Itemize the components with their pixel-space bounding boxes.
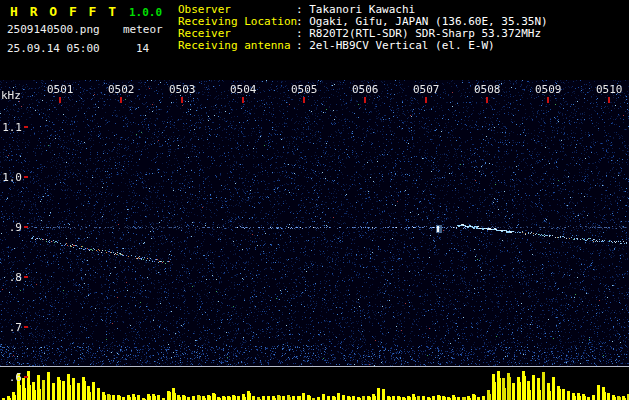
time-tick — [181, 97, 183, 103]
freq-label: .8 — [0, 271, 22, 284]
time-label: 0505 — [291, 83, 317, 96]
time-tick — [59, 97, 61, 103]
echo-count: 14 — [136, 42, 149, 55]
app-title: H R O F F T — [10, 4, 118, 19]
observation-datetime: 25.09.14 05:00 — [7, 42, 100, 55]
time-label: 0501 — [47, 83, 73, 96]
app-version: 1.0.0 — [129, 6, 162, 19]
freq-label: .7 — [0, 321, 22, 334]
freq-label: 1.1 — [0, 121, 22, 134]
time-label: 0502 — [108, 83, 134, 96]
time-tick — [486, 97, 488, 103]
mode-label: meteor — [123, 23, 163, 36]
time-tick — [608, 97, 610, 103]
freq-label: 1.0 — [0, 171, 22, 184]
time-label: 0503 — [169, 83, 195, 96]
freq-tick — [24, 126, 28, 128]
time-label: 0507 — [413, 83, 439, 96]
freq-tick — [24, 326, 28, 328]
freq-tick — [24, 276, 28, 278]
info-label: Receiving antenna — [178, 40, 296, 52]
time-tick — [242, 97, 244, 103]
freq-label: .9 — [0, 221, 22, 234]
freq-tick — [24, 176, 28, 178]
time-label: 0504 — [230, 83, 256, 96]
time-tick — [120, 97, 122, 103]
freq-label: .6 — [0, 371, 22, 384]
hrofft-screen: H R O F F T 1.0.0 2509140500.png meteor … — [0, 0, 629, 400]
freq-unit-label: kHz — [1, 89, 21, 102]
info-value: : 2el-HB9CV Vertical (el. E-W) — [296, 39, 495, 52]
time-tick — [425, 97, 427, 103]
spectrogram-canvas — [0, 80, 629, 366]
info-row-antenna: Receiving antenna: 2el-HB9CV Vertical (e… — [178, 40, 548, 52]
time-tick — [303, 97, 305, 103]
amplitude-strip-canvas — [0, 367, 629, 400]
time-label: 0508 — [474, 83, 500, 96]
time-label: 0506 — [352, 83, 378, 96]
freq-tick — [24, 226, 28, 228]
time-label: 0509 — [535, 83, 561, 96]
freq-tick — [24, 376, 28, 378]
time-tick — [364, 97, 366, 103]
output-filename: 2509140500.png — [7, 23, 100, 36]
time-label: 0510 — [596, 83, 622, 96]
station-info: Observer: Takanori Kawachi Receiving Loc… — [178, 4, 548, 52]
time-tick — [547, 97, 549, 103]
